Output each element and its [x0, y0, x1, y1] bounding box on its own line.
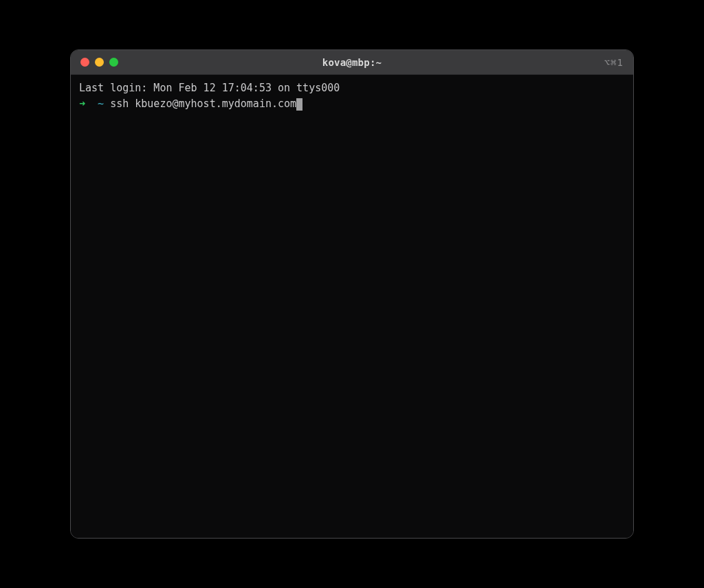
titlebar: kova@mbp:~ ⌥⌘1	[71, 50, 633, 75]
last-login-line: Last login: Mon Feb 12 17:04:53 on ttys0…	[79, 80, 625, 96]
terminal-body[interactable]: Last login: Mon Feb 12 17:04:53 on ttys0…	[71, 75, 633, 538]
window-title: kova@mbp:~	[322, 57, 382, 68]
zoom-icon[interactable]	[109, 58, 118, 67]
command-input[interactable]: ssh kbuezo@myhost.mydomain.com	[110, 98, 296, 110]
terminal-window: kova@mbp:~ ⌥⌘1 Last login: Mon Feb 12 17…	[70, 49, 634, 539]
shortcut-indicator: ⌥⌘1	[604, 57, 624, 68]
cursor-icon	[296, 98, 302, 111]
prompt-path: ~	[98, 98, 104, 110]
prompt-line: ➜ ~ ssh kbuezo@myhost.mydomain.com	[79, 96, 625, 112]
prompt-arrow-icon: ➜	[79, 98, 85, 110]
minimize-icon[interactable]	[95, 58, 104, 67]
close-icon[interactable]	[80, 58, 89, 67]
traffic-lights	[80, 58, 118, 67]
